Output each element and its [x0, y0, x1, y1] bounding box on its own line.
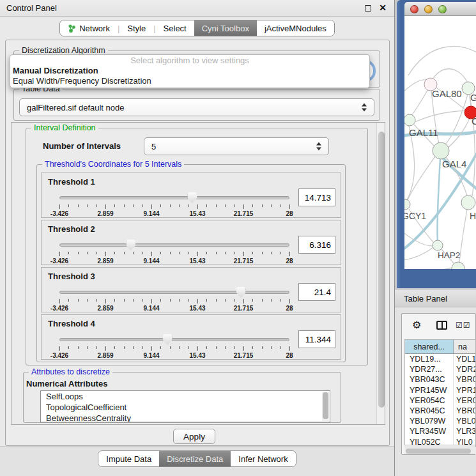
- cell-shared-name: YBR045C: [405, 406, 454, 416]
- table-row[interactable]: YLR345WYLR3: [405, 426, 475, 436]
- algorithm-placeholder-option[interactable]: Select algorithm to view settings: [10, 56, 369, 66]
- table-data-combobox[interactable]: galFiltered.sif default node: [19, 98, 374, 116]
- node-gcy1[interactable]: [404, 199, 410, 210]
- list-scrollbar[interactable]: [322, 392, 329, 421]
- tab-style[interactable]: Style: [119, 20, 153, 36]
- cell-shared-name: YIL052C: [405, 437, 454, 446]
- table-row[interactable]: YDR27...YDR2: [405, 364, 475, 374]
- tick-mark: [252, 299, 253, 302]
- tick-label: 15.43: [189, 257, 205, 265]
- threshold-2-slider[interactable]: -3.4262.8599.14415.4321.71528: [59, 240, 289, 264]
- tab-select[interactable]: Select: [156, 20, 194, 36]
- table-row[interactable]: YPR145WYPR1: [405, 385, 475, 395]
- table-row[interactable]: YBR045CYBR0: [405, 406, 475, 416]
- cell-shared-name: YDR27...: [405, 364, 454, 374]
- tab-cyni-toolbox[interactable]: Cyni Toolbox: [194, 20, 257, 36]
- apply-button[interactable]: Apply: [173, 429, 215, 444]
- slider-track[interactable]: [59, 291, 289, 294]
- algorithm-option-equal-width[interactable]: Equal Width/Frequency Discretization: [10, 76, 369, 86]
- tab-label: Impute Data: [106, 454, 151, 464]
- tab-jactivemnodules[interactable]: jActiveMNodules: [257, 20, 334, 36]
- tick-mark: [87, 299, 88, 302]
- tick-mark: [206, 252, 207, 254]
- threshold-1-slider[interactable]: -3.4262.8599.14415.4321.71528: [59, 192, 289, 217]
- slider-thumb[interactable]: [126, 240, 135, 250]
- threshold-3-value-field[interactable]: [298, 283, 335, 301]
- select-columns-icon[interactable]: ☑☑: [456, 321, 471, 330]
- node-label-gal80: GAL80: [432, 88, 462, 99]
- tick-mark: [59, 252, 60, 256]
- table-row[interactable]: YIL052CYIL0: [405, 437, 475, 446]
- slider-thumb[interactable]: [187, 192, 197, 203]
- tick-mark: [68, 346, 69, 349]
- slider-thumb[interactable]: [236, 287, 246, 298]
- tab-network[interactable]: Network: [60, 20, 118, 36]
- close-icon[interactable]: ✕: [379, 3, 387, 13]
- threshold-label: Threshold 2: [48, 224, 95, 234]
- list-scrollbar-thumb[interactable]: [323, 392, 328, 419]
- settings-scrollbar-thumb[interactable]: [378, 132, 385, 408]
- tick-mark: [289, 346, 290, 351]
- node-h[interactable]: [461, 196, 475, 210]
- tick-mark: [151, 346, 152, 351]
- columns-icon[interactable]: [436, 321, 447, 330]
- threshold-1-value-field[interactable]: [298, 188, 335, 206]
- node-label-gal11: GAL11: [409, 127, 438, 138]
- threshold-4-slider[interactable]: -3.4262.8599.14415.4321.71528: [59, 334, 289, 358]
- tick-mark: [59, 346, 60, 351]
- tab-label: Infer Network: [238, 454, 288, 464]
- tab-label: Style: [127, 24, 146, 33]
- tick-label: 9.144: [143, 305, 159, 312]
- network-canvas[interactable]: GAL80 GA C GAL11 GAL4 GCY1 H HAP2: [404, 16, 476, 269]
- node-gal4[interactable]: [433, 142, 449, 159]
- tick-label: 21.715: [234, 210, 254, 217]
- slider-thumb[interactable]: [163, 334, 173, 345]
- group-title: Discretization Algorithm: [19, 46, 108, 55]
- tick-mark: [151, 204, 152, 209]
- stepper-arrows-icon: [316, 142, 322, 151]
- tab-infer-network[interactable]: Infer Network: [231, 451, 295, 466]
- number-of-intervals-combobox[interactable]: 5: [144, 137, 329, 155]
- table-panel-body: ⚙ ☑☑ shared... na YDL19...YDL1YDR27...YD…: [395, 307, 476, 476]
- slider-track[interactable]: [59, 243, 289, 247]
- slider-track[interactable]: [59, 196, 289, 199]
- tab-impute-data[interactable]: Impute Data: [98, 451, 159, 466]
- panel-title: Control Panel: [6, 3, 57, 13]
- algorithm-option-manual[interactable]: Manual Discretization: [10, 66, 369, 76]
- table-row[interactable]: YBR043CYBR0: [405, 374, 475, 385]
- tick-mark: [170, 252, 171, 254]
- threshold-4-value-field[interactable]: [298, 330, 335, 348]
- threshold-2-value-field[interactable]: [298, 236, 335, 254]
- tab-discretize-data[interactable]: Discretize Data: [159, 451, 231, 466]
- attributes-to-discretize-group: Attributes to discretize Numerical Attri…: [23, 372, 341, 423]
- attribute-item[interactable]: SelfLoops: [41, 391, 330, 402]
- settings-scrollbar[interactable]: [376, 123, 385, 424]
- tick-mark: [105, 346, 106, 351]
- float-window-icon[interactable]: [365, 5, 371, 12]
- tick-mark: [262, 299, 263, 302]
- attribute-item[interactable]: TopologicalCoefficient: [41, 402, 330, 413]
- table-horizontal-scrollbar[interactable]: [404, 447, 476, 454]
- table-row[interactable]: YDL19...YDL1: [405, 354, 475, 364]
- node-hap2[interactable]: [433, 240, 443, 250]
- table-row[interactable]: YER054CYER0: [405, 395, 475, 406]
- tick-mark: [280, 299, 281, 302]
- table-row[interactable]: YBL079WYBL0: [405, 416, 475, 426]
- column-header-shared-name[interactable]: shared...: [405, 340, 454, 353]
- thresholds-group: Threshold's Coordinates for 5 Intervals …: [36, 164, 346, 362]
- tick-mark: [271, 346, 272, 349]
- close-traffic-light-icon[interactable]: [410, 5, 418, 13]
- node-gal11[interactable]: [404, 114, 415, 126]
- numerical-attributes-list[interactable]: SelfLoopsTopologicalCoefficientBetweenne…: [40, 390, 330, 422]
- threshold-3-slider[interactable]: -3.4262.8599.14415.4321.71528: [59, 287, 289, 311]
- attribute-item[interactable]: BetweennessCentrality: [41, 413, 330, 422]
- zoom-traffic-light-icon[interactable]: [438, 5, 447, 13]
- column-header-name[interactable]: na: [454, 340, 475, 353]
- gear-icon[interactable]: ⚙: [412, 319, 421, 331]
- tick-mark: [225, 299, 226, 302]
- table-scrollbar-thumb[interactable]: [406, 449, 471, 454]
- table-data-value: galFiltered.sif default node: [27, 103, 124, 112]
- minimize-traffic-light-icon[interactable]: [424, 5, 433, 13]
- threshold-1-panel: Threshold 1 -3.4262.8599.14415.4321.7152…: [41, 173, 341, 218]
- slider-track[interactable]: [59, 338, 289, 341]
